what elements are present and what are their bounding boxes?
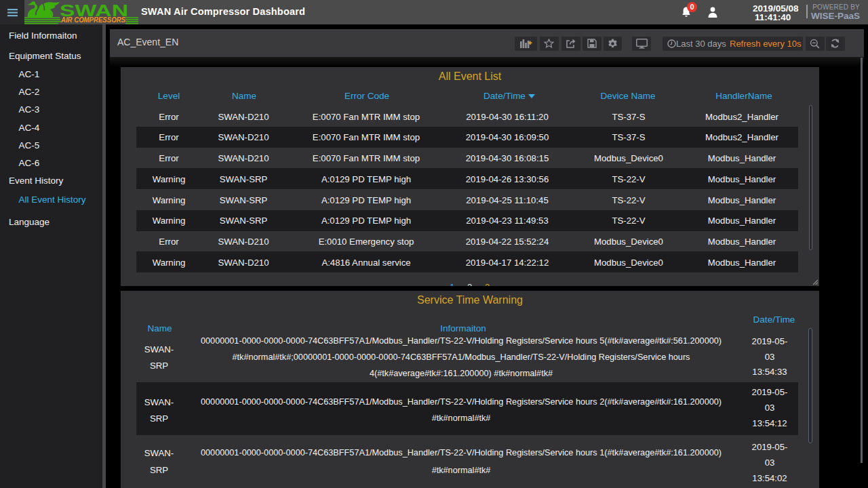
svg-text:AIR COMPRESSORS: AIR COMPRESSORS bbox=[60, 16, 125, 24]
